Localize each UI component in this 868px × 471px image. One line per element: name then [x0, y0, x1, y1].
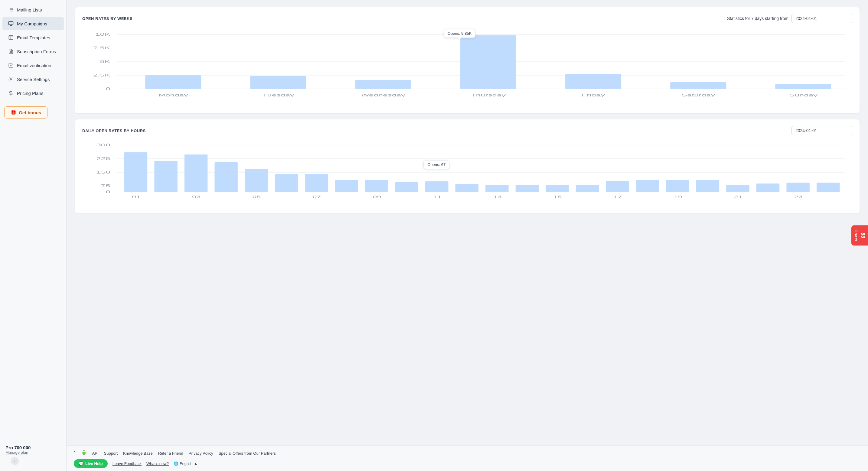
svg-text:Tuesday: Tuesday: [262, 93, 294, 97]
weekly-chart-card: OPEN RATES BY WEEKS Statistics for 7 day…: [75, 7, 860, 113]
chats-button[interactable]: 88 Chats: [851, 225, 868, 246]
hourly-chart-area: 300 225 150 75 0: [82, 140, 852, 208]
svg-text:5K: 5K: [100, 60, 111, 63]
bar-monday: [145, 75, 201, 89]
chats-icon: 88: [860, 232, 866, 238]
bar-saturday: [670, 82, 726, 89]
bar-wednesday: [355, 80, 411, 89]
svg-text:0: 0: [105, 87, 111, 91]
svg-text:150: 150: [96, 170, 110, 174]
bar-h15: [546, 185, 568, 192]
hourly-date-input[interactable]: [792, 126, 852, 135]
svg-text:23: 23: [794, 195, 803, 199]
plan-label: Pro 700 000: [5, 445, 61, 450]
bar-h04: [214, 162, 238, 192]
main-content: OPEN RATES BY WEEKS Statistics for 7 day…: [66, 0, 868, 445]
svg-text:01: 01: [132, 195, 140, 199]
bar-h19: [666, 180, 689, 192]
apple-icon[interactable]: : [74, 450, 76, 457]
sidebar-nav: Mailing Lists My Campaigns Email Templat…: [0, 0, 66, 103]
footer-links:  API Support Knowledge Base Refer a Fri…: [74, 450, 861, 457]
bar-h09: [365, 180, 388, 192]
hourly-bar-chart-svg: 300 225 150 75 0: [82, 140, 852, 207]
verify-icon: [8, 62, 14, 68]
bar-h10: [395, 182, 418, 192]
sidebar: Mailing Lists My Campaigns Email Templat…: [0, 0, 66, 471]
live-help-button[interactable]: 💬 Live Help: [74, 459, 108, 468]
hourly-chart-header: DAILY OPEN RATES BY HOURS: [82, 126, 852, 135]
svg-text:300: 300: [96, 143, 110, 147]
svg-text:225: 225: [96, 157, 110, 160]
bar-h22: [756, 184, 779, 192]
svg-text:03: 03: [192, 195, 200, 199]
weekly-date-input[interactable]: [792, 14, 852, 23]
pricing-icon: [8, 90, 14, 96]
bar-h03: [185, 155, 208, 192]
footer-link-refer-friend[interactable]: Refer a Friend: [158, 451, 183, 456]
svg-text:Monday: Monday: [158, 93, 188, 97]
svg-text:2.5K: 2.5K: [93, 73, 111, 77]
bar-h01: [124, 152, 147, 192]
sidebar-item-pricing-plans[interactable]: Pricing Plans: [2, 87, 64, 100]
leave-feedback-link[interactable]: Leave Feedback: [113, 461, 142, 466]
svg-text:15: 15: [553, 195, 562, 199]
sidebar-item-label: Mailing Lists: [17, 7, 42, 12]
bar-friday: [565, 74, 621, 89]
campaigns-icon: [8, 21, 14, 27]
hourly-chart-card: DAILY OPEN RATES BY HOURS 300 225 150 75: [75, 119, 860, 213]
globe-icon: 🌐: [174, 461, 179, 466]
android-icon[interactable]: [81, 450, 87, 457]
sidebar-item-my-campaigns[interactable]: My Campaigns: [2, 17, 64, 30]
svg-text:Thursday: Thursday: [471, 93, 506, 97]
svg-text:07: 07: [312, 195, 321, 199]
footer-link-knowledge-base[interactable]: Knowledge Base: [123, 451, 153, 456]
get-bonus-button[interactable]: 🎁 Get bonus: [4, 106, 48, 119]
bar-h05: [245, 169, 268, 192]
sidebar-item-service-settings[interactable]: Service Settings: [2, 72, 64, 86]
sidebar-item-label: Email Templates: [17, 35, 50, 40]
svg-text:21: 21: [734, 195, 743, 199]
footer-link-api[interactable]: API: [92, 451, 99, 456]
bar-h12: [456, 184, 478, 192]
bar-tuesday: [250, 76, 306, 89]
bar-h11: [425, 181, 448, 192]
language-selector[interactable]: 🌐 English ▲: [174, 461, 198, 466]
hourly-chart-title: DAILY OPEN RATES BY HOURS: [82, 128, 146, 133]
svg-text:09: 09: [373, 195, 381, 199]
template-icon: [8, 34, 14, 40]
svg-text:05: 05: [252, 195, 261, 199]
bar-h18: [636, 180, 659, 192]
bar-thursday: [460, 35, 516, 89]
footer-bottom-bar: 💬 Live Help Leave Feedback What's new? 🌐…: [74, 459, 861, 468]
sidebar-item-email-templates[interactable]: Email Templates: [2, 31, 64, 44]
bonus-icon: 🎁: [10, 110, 16, 115]
svg-text:13: 13: [493, 195, 501, 199]
weekly-bar-chart-svg: 10K 7.5K 5K 2.5K 0: [82, 28, 852, 107]
footer-link-privacy-policy[interactable]: Privacy Policy: [189, 451, 213, 456]
bar-h24: [816, 183, 840, 192]
svg-text:Friday: Friday: [582, 93, 605, 97]
bar-h16: [576, 185, 599, 192]
footer-link-support[interactable]: Support: [104, 451, 118, 456]
sidebar-item-label: Service Settings: [17, 77, 50, 82]
sidebar-item-mailing-lists[interactable]: Mailing Lists: [2, 3, 64, 16]
svg-text:Wednesday: Wednesday: [361, 93, 405, 97]
whats-new-link[interactable]: What's new?: [146, 461, 169, 466]
sidebar-item-label: Subscription Forms: [17, 49, 56, 54]
footer:  API Support Knowledge Base Refer a Fri…: [66, 445, 868, 471]
svg-text:75: 75: [101, 184, 111, 188]
svg-text:Saturday: Saturday: [681, 93, 715, 97]
footer-link-special-offers[interactable]: Special Offers from Our Partners: [219, 451, 276, 456]
bar-h20: [696, 180, 719, 192]
svg-text:19: 19: [674, 195, 682, 199]
sidebar-item-subscription-forms[interactable]: Subscription Forms: [2, 45, 64, 58]
svg-text:17: 17: [613, 195, 622, 199]
collapse-sidebar-button[interactable]: ‹: [11, 457, 19, 465]
svg-text:7.5K: 7.5K: [93, 46, 111, 50]
bar-h07: [305, 174, 328, 192]
manage-plan-link[interactable]: Manage plan: [5, 450, 61, 455]
bar-h17: [606, 181, 629, 192]
bar-h23: [786, 183, 809, 192]
bar-sunday: [775, 84, 831, 89]
sidebar-item-email-verification[interactable]: Email verification: [2, 59, 64, 72]
